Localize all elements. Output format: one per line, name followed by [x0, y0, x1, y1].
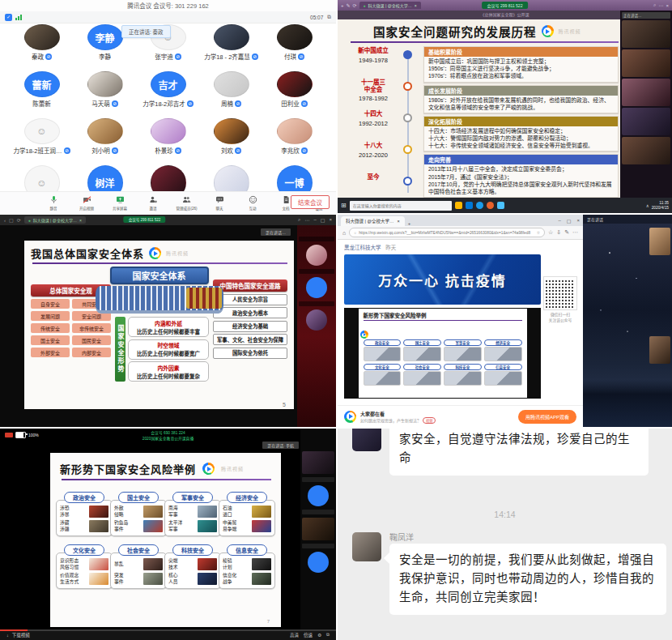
slide-title: 国家安全问题研究的发展历程 — [373, 23, 537, 40]
maximize-icon[interactable]: ▢ — [9, 217, 14, 223]
watch-in-app-button[interactable]: 用腾讯视频APP观看 — [518, 410, 576, 424]
manage-members-button[interactable]: 管理成员(26) — [175, 195, 198, 211]
more-icon[interactable]: ⋯ — [304, 217, 309, 223]
back-icon[interactable]: ‹ — [4, 218, 6, 223]
quality-button[interactable]: 高清 — [290, 632, 299, 638]
tray-chevron-icon[interactable]: ∧ — [646, 203, 649, 208]
qr-code — [544, 277, 576, 309]
meeting-id-pill: 会议号 299 811 522 — [124, 216, 165, 223]
category-title: 军事安全 — [444, 339, 482, 346]
maximize-icon[interactable]: ▢ — [567, 218, 572, 224]
browser-icon[interactable] — [487, 202, 494, 209]
mic-off-icon: ⊘ — [301, 147, 308, 154]
mail-icon[interactable] — [466, 202, 473, 209]
mic-off-icon: ⊘ — [301, 100, 308, 107]
screen-share-history-slide: + ✎ ⟳ ●科大微课 | @全校大学…× ⌕ ⋯ × 会议号 299 811 … — [338, 0, 672, 213]
avatar-initials: 一博 — [284, 176, 304, 190]
minimize-icon[interactable]: – — [313, 217, 316, 223]
article-source[interactable]: 黑龙江科技大学 — [344, 245, 381, 250]
minimize-icon[interactable]: – — [558, 218, 560, 224]
url-field[interactable]: ○ https://mp.weixin.qq.com/s?__biz=MzIwM… — [349, 228, 545, 237]
fullscreen-icon[interactable]: ⧉ — [326, 632, 330, 638]
gear-icon[interactable]: ⚙ — [317, 633, 321, 638]
refresh-icon[interactable]: ⟳ — [17, 217, 21, 223]
timeline-item: 十一届三 中全会 1978-1992 — [346, 78, 419, 109]
invite-button[interactable]: 邀请 — [142, 195, 164, 211]
progress-bar[interactable] — [0, 629, 336, 631]
phase-list: 基础积累阶段 新中国成立后：巩固国防与捍卫主权和领土完整； 1950s'：同帝国… — [423, 46, 619, 204]
home-icon[interactable]: ⌂ — [342, 230, 346, 236]
browser-tab[interactable]: ●科大微课 | @全校大学…× — [359, 2, 421, 9]
mic-off-icon: ⊘ — [64, 147, 70, 154]
participant-name: 陈蕾新 — [32, 99, 51, 108]
category-thumbs — [403, 371, 441, 386]
more-icon[interactable]: ⋯ — [658, 2, 663, 8]
participant-tile: 力学18 - 2齐嘉慧 ⊘ — [201, 24, 262, 61]
edit-icon[interactable]: ✎ — [564, 229, 569, 236]
close-icon[interactable]: × — [329, 217, 332, 223]
search-icon[interactable]: ⌕ — [653, 2, 656, 8]
meeting-toolbar: 静音 开启视频 共享屏幕 邀请 管理成员(26) 聊天 — [0, 191, 336, 213]
chat-button[interactable]: 聊天 — [208, 195, 231, 211]
edge-icon[interactable] — [476, 202, 483, 209]
risk-category-title: 经济安全 — [227, 492, 267, 503]
downloads-icon[interactable]: ⇩ — [556, 229, 561, 236]
video-thumbnail — [622, 108, 670, 135]
download-icon[interactable]: ↓ — [6, 633, 9, 638]
risk-item-label: 涉藏 涉疆 — [60, 520, 70, 531]
risk-item-label: 价值观念 生活方式 — [60, 573, 79, 584]
speed-button[interactable]: 倍速 — [304, 632, 313, 638]
participant-label — [299, 301, 334, 306]
timeline-years: 1949-1978 — [346, 57, 401, 64]
risk-item-label: 棱镜 计划 — [223, 558, 232, 570]
start-video-button[interactable]: 开启视频 — [75, 195, 98, 211]
category-chip: 科技安全 — [444, 364, 482, 386]
start-button[interactable]: ⊞ — [341, 202, 347, 209]
category-chip: 国土安全 — [403, 339, 441, 361]
close-icon[interactable]: × — [666, 3, 669, 8]
edit-icon[interactable]: ✎ — [347, 2, 351, 8]
folder-icon[interactable] — [455, 202, 462, 209]
avatar — [352, 532, 381, 561]
risk-item-label: 南海 军事 — [168, 506, 178, 517]
fullscreen-icon[interactable]: ⧉ — [327, 14, 331, 20]
app-icon[interactable] — [497, 202, 504, 209]
risk-item-label: 意识形态 风俗习惯 — [60, 558, 79, 570]
mic-off-icon: ⊘ — [252, 53, 258, 60]
mute-button[interactable]: 静音 — [42, 195, 65, 211]
more-icon[interactable]: ⋯ — [572, 229, 578, 236]
new-tab-button[interactable]: + — [408, 221, 411, 226]
embedded-video[interactable]: 新形势下国家安全风险举例 政治安全 — [344, 308, 541, 399]
risk-category-title: 国土安全 — [118, 492, 159, 503]
maximize-icon[interactable]: ▢ — [321, 217, 325, 223]
end-meeting-button[interactable]: 结束会议 — [291, 195, 330, 209]
avatar — [24, 24, 60, 50]
close-icon[interactable]: × — [576, 218, 580, 224]
download-video-button[interactable]: 下载视频 — [12, 632, 30, 638]
reactions-button[interactable]: 互动 — [241, 195, 264, 211]
path-item: 国际安全为依托 — [213, 348, 287, 359]
participant-name: 朴景珍 — [155, 146, 173, 155]
avatar — [306, 309, 327, 331]
risk-item-image — [252, 558, 271, 570]
taskbar-search-input[interactable] — [350, 201, 452, 211]
participant-tile: 秦政 ⊘ — [11, 24, 73, 61]
avatar — [214, 118, 249, 144]
video-thumbnail — [302, 518, 334, 540]
refresh-icon[interactable]: ⟳ — [353, 2, 357, 8]
timeline-years: 1992-2012 — [346, 120, 401, 127]
info-icon[interactable]: ○ — [354, 231, 356, 235]
star-icon[interactable]: ☆ — [537, 231, 540, 235]
favorites-icon[interactable]: ☆ — [548, 229, 553, 236]
slide-title: 新形势下国家安全风险举例 — [60, 461, 196, 476]
video-slide: 新形势下国家安全风险举例 政治安全 — [359, 309, 527, 398]
browser-tab[interactable]: 科大微课 | @全校大学…× — [341, 216, 405, 226]
footer-subtitle: 如何跳出常规思维，产生新想法？ — [360, 417, 421, 423]
phase-title: 基础积累阶段 — [424, 47, 618, 57]
title-underline — [32, 262, 287, 264]
search-icon[interactable]: ⌕ — [298, 217, 300, 223]
plus-icon[interactable]: + — [341, 3, 344, 8]
video-slide-title: 新形势下国家安全风险举例 — [364, 311, 522, 319]
share-screen-button[interactable]: 共享屏幕 — [108, 195, 131, 211]
browser-tab[interactable]: ●科大微课 | @全校大学…× — [24, 216, 86, 224]
